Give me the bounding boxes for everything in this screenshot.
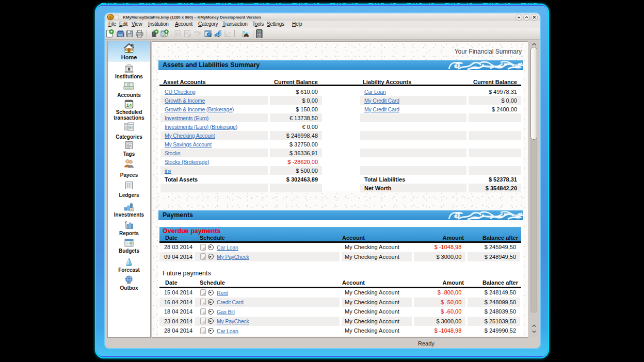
svg-text:14: 14 bbox=[126, 102, 132, 108]
